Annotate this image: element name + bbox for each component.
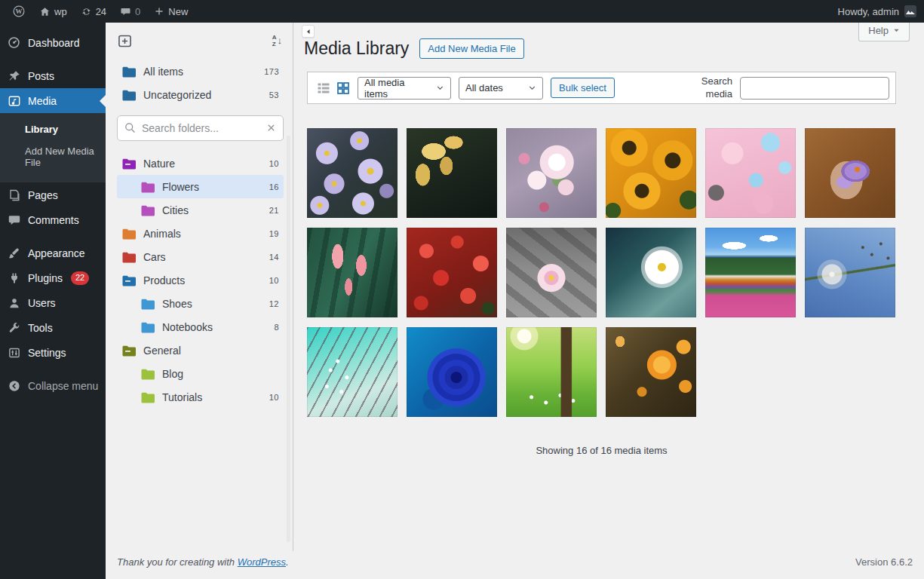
folder-icon <box>121 158 137 170</box>
sidebar-item-pages[interactable]: Pages <box>0 182 106 207</box>
showing-count-text: Showing 16 of 16 media items <box>307 445 896 456</box>
folder-item-tutorials[interactable]: Tutorials10 <box>117 385 284 409</box>
new-content-link[interactable]: New <box>148 0 194 23</box>
sidebar-item-label: Users <box>28 297 56 309</box>
avatar-mountains-icon <box>904 5 916 17</box>
folder-label: Tutorials <box>162 391 202 403</box>
add-new-media-button[interactable]: Add New Media File <box>419 38 523 59</box>
media-item-red-begonias[interactable] <box>407 228 497 317</box>
media-item-purple-asters[interactable] <box>307 128 398 218</box>
submenu-item-library[interactable]: Library <box>0 118 106 140</box>
media-item-sunny-meadow[interactable] <box>506 327 597 417</box>
site-name-link[interactable]: wp <box>33 0 73 23</box>
media-item-dew-drops-plant[interactable] <box>307 327 398 417</box>
folder-label: Cities <box>162 204 189 216</box>
comment-bubble-icon <box>120 6 131 17</box>
collapse-folder-panel-button[interactable] <box>302 25 315 38</box>
folder-item-general[interactable]: General <box>117 339 284 362</box>
home-icon <box>39 6 51 17</box>
date-filter[interactable]: All dates <box>459 77 543 100</box>
media-type-filter[interactable]: All media items <box>358 77 451 100</box>
wordpress-logo[interactable]: W <box>6 0 32 23</box>
pages-icon <box>7 188 21 202</box>
bulk-select-button[interactable]: Bulk select <box>551 78 615 98</box>
sidebar-item-tools[interactable]: Tools <box>0 315 106 340</box>
media-item-calla-lilies[interactable] <box>307 228 398 317</box>
folder-item-cities[interactable]: Cities21 <box>117 198 284 222</box>
folder-item-cars[interactable]: Cars14 <box>117 245 284 268</box>
submenu-item-add-new-media-file[interactable]: Add New Media File <box>0 140 106 173</box>
folders-scrollbar[interactable] <box>287 136 290 542</box>
grid-view-button[interactable] <box>335 80 351 96</box>
sidebar-item-collapse[interactable]: Collapse menu <box>0 373 106 398</box>
users-icon <box>7 296 21 310</box>
updates-link[interactable]: 24 <box>75 0 112 23</box>
chevron-down-icon <box>528 84 536 92</box>
folder-item-shoes[interactable]: Shoes12 <box>117 292 284 315</box>
avatar[interactable] <box>904 5 916 17</box>
plus-icon <box>154 6 164 17</box>
search-icon <box>124 121 137 137</box>
media-item-apple-blossom[interactable] <box>506 128 597 218</box>
media-item-sunflowers[interactable] <box>606 128 696 218</box>
wordpress-link[interactable]: WordPress <box>238 556 286 568</box>
media-item-orange-globeflowers[interactable] <box>606 327 696 417</box>
sidebar-item-users[interactable]: Users <box>0 290 106 315</box>
comments-count: 0 <box>135 6 140 17</box>
media-library-content: Help Media Library Add New Media File Al… <box>294 23 924 550</box>
media-type-filter-value: All media items <box>364 77 430 100</box>
sidebar-item-comments[interactable]: Comments <box>0 207 106 232</box>
sidebar-item-media[interactable]: Media <box>0 88 106 113</box>
search-media-input[interactable] <box>740 77 889 100</box>
folder-icon <box>140 204 155 216</box>
comments-link[interactable]: 0 <box>114 0 146 23</box>
howdy-text[interactable]: Howdy, admin <box>838 6 899 17</box>
triangle-left-icon <box>305 28 312 35</box>
comment-icon <box>7 213 21 227</box>
clear-search-icon[interactable] <box>266 122 277 136</box>
add-folder-button[interactable] <box>117 33 133 49</box>
sidebar-item-settings[interactable]: Settings <box>0 340 106 365</box>
dashboard-icon <box>7 35 21 50</box>
media-item-yellow-crocuses[interactable] <box>407 128 497 218</box>
media-item-crocuses-in-hand[interactable] <box>805 128 895 218</box>
new-label: New <box>168 6 188 17</box>
folder-icon <box>140 321 155 333</box>
sidebar-item-label: Pages <box>28 189 58 201</box>
folder-item-uncategorized[interactable]: Uncategorized53 <box>117 83 284 106</box>
sidebar-item-posts[interactable]: Posts <box>0 63 106 88</box>
folder-icon <box>140 298 155 310</box>
list-view-button[interactable] <box>315 80 332 96</box>
media-item-flower-field-landscape[interactable] <box>705 228 796 317</box>
add-folder-icon <box>117 33 133 49</box>
folder-label: Shoes <box>162 298 192 310</box>
footer-thanks: Thank you for creating with WordPress. <box>117 556 289 568</box>
sort-folders-button[interactable]: AZ ↓ <box>272 35 282 48</box>
folder-item-blog[interactable]: Blog <box>117 362 284 385</box>
sidebar-item-appearance[interactable]: Appearance <box>0 240 106 265</box>
folder-count: 21 <box>269 206 279 215</box>
svg-text:W: W <box>16 8 23 15</box>
sidebar-item-label: Tools <box>28 322 53 334</box>
search-folders-input[interactable] <box>117 115 284 141</box>
page-title: Media Library <box>304 38 409 59</box>
media-item-cherry-blossom[interactable] <box>705 128 796 218</box>
folder-item-animals[interactable]: Animals19 <box>117 222 284 245</box>
folder-icon <box>121 345 137 357</box>
sort-arrow-icon: ↓ <box>278 35 283 47</box>
folder-label: Blog <box>162 368 183 380</box>
folder-item-notebooks[interactable]: Notebooks8 <box>117 315 284 339</box>
sidebar-item-dashboard[interactable]: Dashboard <box>0 30 106 55</box>
sidebar-item-plugins[interactable]: Plugins22 <box>0 265 106 290</box>
media-item-dandelion-sky[interactable] <box>805 228 895 317</box>
folder-item-nature[interactable]: Nature10 <box>117 152 284 175</box>
folder-item-all-items[interactable]: All items173 <box>117 60 284 83</box>
folder-item-flowers[interactable]: Flowers16 <box>117 175 284 198</box>
folder-item-products[interactable]: Products10 <box>117 268 284 292</box>
tools-icon <box>7 320 21 335</box>
help-tab[interactable]: Help <box>858 20 910 41</box>
media-item-blue-rose[interactable] <box>407 327 497 417</box>
folder-count: 16 <box>269 182 279 191</box>
media-item-white-daisy[interactable] <box>606 228 696 317</box>
media-item-water-lily[interactable] <box>506 228 597 317</box>
